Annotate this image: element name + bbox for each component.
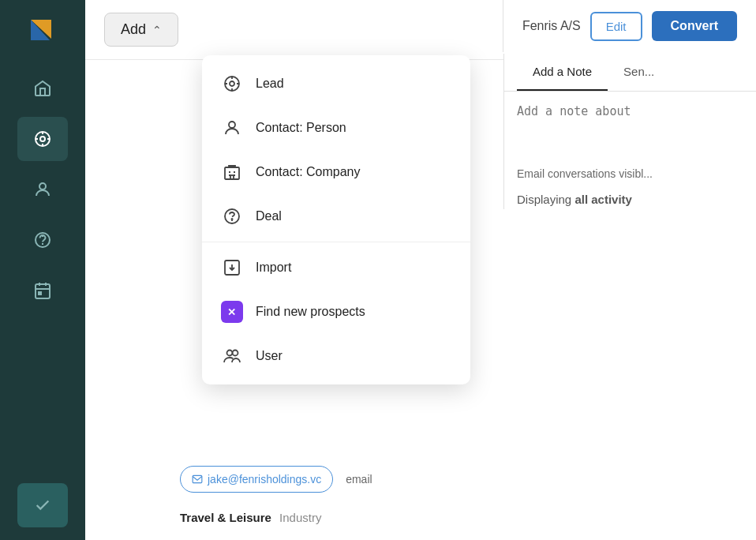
svg-rect-6 xyxy=(36,284,50,298)
contact-person-label: Contact: Person xyxy=(256,121,346,135)
tab-send[interactable]: Sen... xyxy=(608,54,670,91)
industry-label: Industry xyxy=(279,511,321,524)
email-label: email xyxy=(346,473,372,486)
dropdown-item-deal[interactable]: Deal xyxy=(202,194,470,238)
email-badge[interactable]: jake@fenrisholdings.vc xyxy=(180,466,333,493)
sidebar-item-deals[interactable] xyxy=(17,218,68,262)
contact-person-icon xyxy=(221,117,243,139)
deal-label: Deal xyxy=(256,209,282,223)
svg-rect-12 xyxy=(230,175,234,179)
chevron-up-icon: ⌃ xyxy=(152,24,162,36)
svg-rect-7 xyxy=(39,292,41,294)
app-logo[interactable] xyxy=(24,13,62,51)
sidebar-item-calendar[interactable] xyxy=(17,268,68,313)
import-icon xyxy=(221,257,243,279)
add-button-label: Add xyxy=(121,21,146,38)
company-name: Fenris A/S xyxy=(522,19,581,33)
add-button[interactable]: Add ⌃ xyxy=(104,13,178,47)
svg-point-10 xyxy=(229,122,235,128)
sidebar-item-contacts[interactable] xyxy=(17,167,68,212)
email-row: jake@fenrisholdings.vc email xyxy=(180,466,372,493)
sidebar-item-leads[interactable] xyxy=(17,117,68,161)
prospects-icon: ✕ xyxy=(221,301,243,323)
dropdown-item-contact-person[interactable]: Contact: Person xyxy=(202,106,470,150)
svg-rect-20 xyxy=(193,475,202,482)
deal-icon xyxy=(221,205,243,227)
contact-company-label: Contact: Company xyxy=(256,165,361,179)
lead-label: Lead xyxy=(256,77,284,91)
svg-point-3 xyxy=(40,137,45,141)
convert-button[interactable]: Convert xyxy=(652,11,737,41)
import-label: Import xyxy=(256,261,291,275)
dropdown-item-contact-company[interactable]: Contact: Company xyxy=(202,150,470,194)
note-textarea[interactable] xyxy=(504,92,756,155)
divider-1 xyxy=(202,242,470,242)
industry-value: Travel & Leisure xyxy=(180,511,271,524)
contact-company-icon xyxy=(221,161,243,183)
svg-rect-11 xyxy=(225,167,239,179)
user-icon xyxy=(221,345,243,367)
industry-row: Travel & Leisure Industry xyxy=(180,511,321,524)
email-value: jake@fenrisholdings.vc xyxy=(208,473,321,486)
tabs-area: Add a Note Sen... xyxy=(504,54,756,92)
sidebar-item-home[interactable] xyxy=(17,66,68,111)
sidebar xyxy=(0,0,85,540)
svg-text:✕: ✕ xyxy=(227,306,236,318)
envelope-icon xyxy=(192,474,203,485)
email-visible-text: Email conversations visibl... xyxy=(504,158,756,189)
svg-point-14 xyxy=(231,219,232,219)
dropdown-item-import[interactable]: Import xyxy=(202,246,470,290)
sidebar-item-check[interactable] xyxy=(17,483,68,527)
lead-icon xyxy=(221,73,243,95)
prospects-label: Find new prospects xyxy=(256,305,365,319)
dropdown-item-user[interactable]: User xyxy=(202,334,470,378)
tab-add-note[interactable]: Add a Note xyxy=(517,54,608,91)
dropdown-menu: Lead Contact: Person Conta xyxy=(202,55,470,384)
user-label: User xyxy=(256,349,283,363)
svg-point-18 xyxy=(227,351,233,356)
displaying-text: Displaying all activity xyxy=(504,189,756,209)
svg-point-4 xyxy=(39,183,46,189)
top-bar: Add ⌃ Fenris A/S Edit Convert xyxy=(85,0,756,60)
dropdown-item-lead[interactable]: Lead xyxy=(202,62,470,106)
svg-point-9 xyxy=(230,81,234,86)
main-content: Add ⌃ Fenris A/S Edit Convert Lead xyxy=(85,0,756,540)
svg-point-19 xyxy=(233,351,238,356)
dropdown-item-prospects[interactable]: ✕ Find new prospects xyxy=(202,290,470,334)
edit-button[interactable]: Edit xyxy=(590,12,642,41)
